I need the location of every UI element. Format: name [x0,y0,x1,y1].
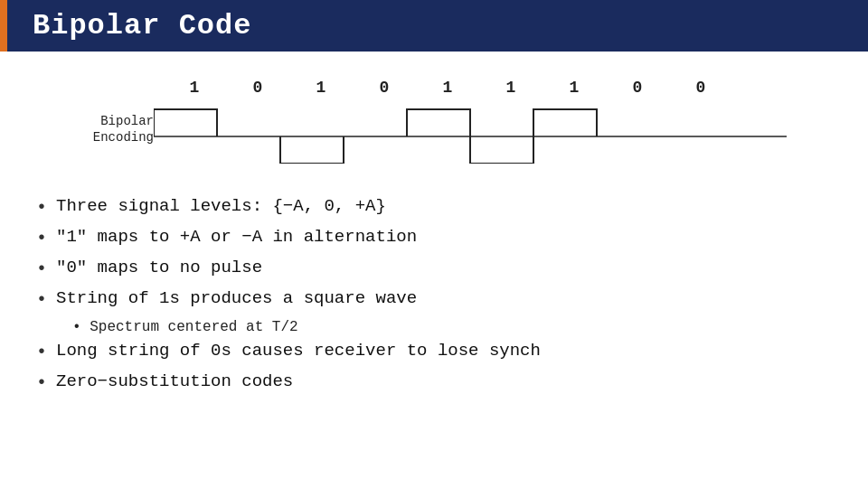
bottom-bullet-2-text: Zero−substitution codes [56,371,293,391]
bit-label: 1 [289,79,353,97]
waveform-svg [154,100,787,164]
bit-labels-row: 101011100 [163,79,832,97]
encoding-label: Bipolar Encoding [54,113,154,145]
bullet-1: • Three signal levels: {−A, 0, +A} [36,196,832,220]
bullet-3: • "0" maps to no pulse [36,258,832,281]
bit-label: 0 [669,79,732,97]
bit-label: 1 [479,79,542,97]
bottom-bullet-1: • Long string of 0s causes receiver to l… [36,341,832,364]
bit-label: 0 [606,79,669,97]
sub-bullets: Spectrum centered at T/2 [72,319,832,335]
bit-label: 0 [353,79,416,97]
bullet-3-text: "0" maps to no pulse [56,258,262,277]
bit-label: 1 [163,79,226,97]
bit-label: 1 [416,79,479,97]
bullet-2-text: "1" maps to +A or −A in alternation [56,227,417,247]
main-content: 101011100 Bipolar Encoding [0,52,868,420]
bit-label: 1 [542,79,606,97]
page-title: Bipolar Code [33,9,251,42]
bullet-2: • "1" maps to +A or −A in alternation [36,227,832,250]
main-bullets: • Three signal levels: {−A, 0, +A} • "1"… [36,196,832,312]
header-accent [0,0,7,52]
bottom-bullets: • Long string of 0s causes receiver to l… [36,341,832,395]
bit-label: 0 [226,79,289,97]
bottom-bullet-2: • Zero−substitution codes [36,371,832,395]
signal-diagram: 101011100 Bipolar Encoding [36,79,832,178]
sub-bullet-1: Spectrum centered at T/2 [72,319,832,335]
header: Bipolar Code [0,0,868,52]
bullet-4: • String of 1s produces a square wave [36,288,832,312]
bullet-4-text: String of 1s produces a square wave [56,288,417,308]
bullet-1-text: Three signal levels: {−A, 0, +A} [56,196,386,216]
bottom-bullet-1-text: Long string of 0s causes receiver to los… [56,341,541,361]
